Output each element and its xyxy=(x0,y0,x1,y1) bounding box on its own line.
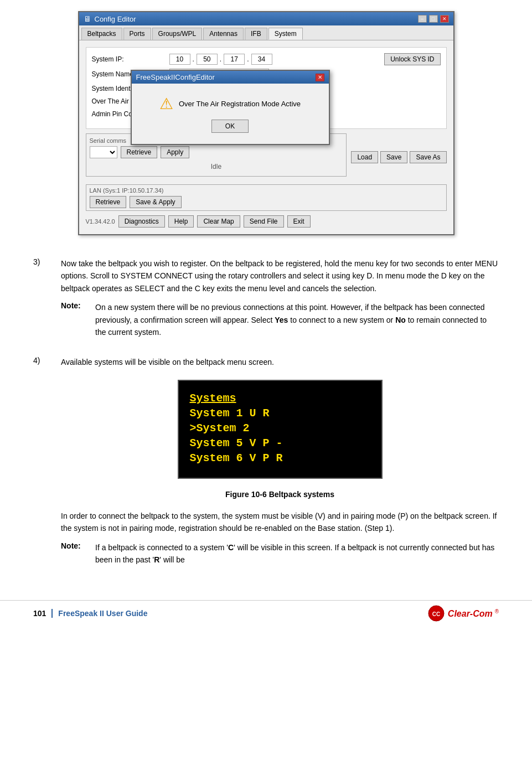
config-footer-row: V1.34.42.0 Diagnostics Help Clear Map Se… xyxy=(86,215,447,228)
form-section: System IP: . . . Unlock SYS ID System Na… xyxy=(86,47,447,129)
note2-label: Note: xyxy=(61,541,89,566)
bottom-bar: 101 FreeSpeak II User Guide CC Clear-Com… xyxy=(0,600,532,626)
lan-row: Retrieve Save & Apply xyxy=(90,196,443,208)
ip-dot-2: . xyxy=(220,55,221,63)
clear-map-button[interactable]: Clear Map xyxy=(197,215,240,228)
unlock-sysid-button[interactable]: Unlock SYS ID xyxy=(384,53,440,65)
ip-dot-3: . xyxy=(247,55,249,63)
page-number: 101 xyxy=(33,609,53,618)
title-bar-controls: – □ ✕ xyxy=(418,15,449,23)
load-button[interactable]: Load xyxy=(351,151,378,163)
serial-retrieve-button[interactable]: Retrieve xyxy=(121,146,158,158)
modal-message-row: ⚠ Over The Air Registration Mode Active xyxy=(159,95,301,113)
save-apply-button[interactable]: Save & Apply xyxy=(130,196,181,208)
logo-text: Clear-Com xyxy=(448,609,493,618)
help-button[interactable]: Help xyxy=(168,215,194,228)
lan-section: LAN (Sys:1 IP:10.50.17.34) Retrieve Save… xyxy=(86,184,447,211)
window-title: Config Editor xyxy=(95,15,136,23)
send-file-button[interactable]: Send File xyxy=(244,215,284,228)
ip-part-2[interactable] xyxy=(197,54,218,65)
ip-group: . . . xyxy=(169,54,272,65)
beltpack-line-4: System 6 V P R xyxy=(190,452,370,464)
lan-label: LAN (Sys:1 IP:10.50.17.34) xyxy=(90,187,443,194)
step4-number: 4) xyxy=(33,356,50,572)
version-text: V1.34.42.0 xyxy=(86,218,115,225)
maximize-button[interactable]: □ xyxy=(429,15,438,23)
logo-area: CC Clear-Com ® xyxy=(428,605,499,622)
minimize-button[interactable]: – xyxy=(418,15,427,23)
ip-part-1[interactable] xyxy=(169,54,190,65)
tab-ports[interactable]: Ports xyxy=(123,28,151,40)
load-save-row: Load Save Save As xyxy=(351,151,446,163)
main-content: 3) Now take the beltpack you wish to reg… xyxy=(0,246,532,595)
step3-item: 3) Now take the beltpack you wish to reg… xyxy=(33,257,499,345)
logo-reg: ® xyxy=(495,608,499,614)
screenshot-area: 🖥 Config Editor – □ ✕ Beltpacks Ports Gr… xyxy=(0,0,532,246)
step3-body: Now take the beltpack you wish to regist… xyxy=(61,257,499,345)
tab-antennas[interactable]: Antennas xyxy=(203,28,244,40)
note1-text: On a new system there will be no previou… xyxy=(95,301,499,338)
step4-body: Available systems will be visible on the… xyxy=(61,356,499,572)
save-button[interactable]: Save xyxy=(380,151,407,163)
step3-number: 3) xyxy=(33,257,50,345)
modal-message: Over The Air Registration Mode Active xyxy=(179,100,301,108)
close-button[interactable]: ✕ xyxy=(440,15,449,23)
modal-ok-button[interactable]: OK xyxy=(211,120,249,133)
modal-title: FreeSpeakIIConfigEditor xyxy=(136,73,215,81)
ip-part-4[interactable] xyxy=(251,54,272,65)
load-save-section: Load Save Save As xyxy=(351,133,446,181)
apply-button[interactable]: Apply xyxy=(161,146,189,158)
modal-dialog: FreeSpeakIIConfigEditor ✕ ⚠ Over The Air… xyxy=(131,70,330,145)
beltpack-screen: Systems System 1 U R >System 2 System 5 … xyxy=(178,380,383,479)
lan-retrieve-button[interactable]: Retrieve xyxy=(90,196,127,208)
idle-status: Idle xyxy=(90,161,343,173)
logo-text-area: Clear-Com ® xyxy=(448,608,499,619)
clearcom-logo-icon: CC xyxy=(428,605,445,622)
modal-content: ⚠ Over The Air Registration Mode Active … xyxy=(132,84,329,144)
warning-icon: ⚠ xyxy=(159,95,173,113)
note2-block: Note: If a beltpack is connected to a sy… xyxy=(61,541,499,566)
serial-controls-row: Retrieve Apply xyxy=(90,146,343,158)
beltpack-line-1: System 1 U R xyxy=(190,407,370,420)
exit-button[interactable]: Exit xyxy=(287,215,311,228)
ip-part-3[interactable] xyxy=(224,54,245,65)
config-content: System IP: . . . Unlock SYS ID System Na… xyxy=(79,40,453,234)
system-ip-row: System IP: . . . Unlock SYS ID xyxy=(92,53,441,65)
guide-title: FreeSpeak II User Guide xyxy=(58,609,147,618)
note1-label: Note: xyxy=(61,301,89,338)
diagnostics-button[interactable]: Diagnostics xyxy=(118,215,165,228)
step3-text: Now take the beltpack you wish to regist… xyxy=(61,257,499,294)
figure-caption: Figure 10-6 Beltpack systems xyxy=(61,490,499,499)
beltpack-line-systems: Systems xyxy=(190,392,370,405)
config-window: 🖥 Config Editor – □ ✕ Beltpacks Ports Gr… xyxy=(78,11,454,235)
app-icon: 🖥 xyxy=(84,14,91,23)
save-as-button[interactable]: Save As xyxy=(410,151,446,163)
para-text: In order to connect the beltpack to the … xyxy=(61,510,499,535)
tab-system[interactable]: System xyxy=(268,28,303,40)
ip-dot-1: . xyxy=(193,55,194,63)
system-ip-label: System IP: xyxy=(92,55,169,63)
tab-beltpacks[interactable]: Beltpacks xyxy=(81,28,122,40)
tab-ifb[interactable]: IFB xyxy=(245,28,267,40)
beltpack-line-3: System 5 V P - xyxy=(190,437,370,450)
serial-select[interactable] xyxy=(90,146,117,158)
step4-item: 4) Available systems will be visible on … xyxy=(33,356,499,572)
title-bar: 🖥 Config Editor – □ ✕ xyxy=(79,12,453,25)
page-info: 101 FreeSpeak II User Guide xyxy=(33,609,147,618)
modal-close-button[interactable]: ✕ xyxy=(316,74,324,81)
beltpack-line-2: >System 2 xyxy=(190,422,370,435)
note1-block: Note: On a new system there will be no p… xyxy=(61,301,499,338)
tab-groups[interactable]: Groups/WPL xyxy=(152,28,203,40)
modal-title-bar: FreeSpeakIIConfigEditor ✕ xyxy=(132,71,329,84)
tabs-row: Beltpacks Ports Groups/WPL Antennas IFB … xyxy=(79,25,453,40)
note2-text: If a beltpack is connected to a system '… xyxy=(95,541,499,566)
svg-text:CC: CC xyxy=(432,611,440,617)
step4-text: Available systems will be visible on the… xyxy=(61,356,499,368)
